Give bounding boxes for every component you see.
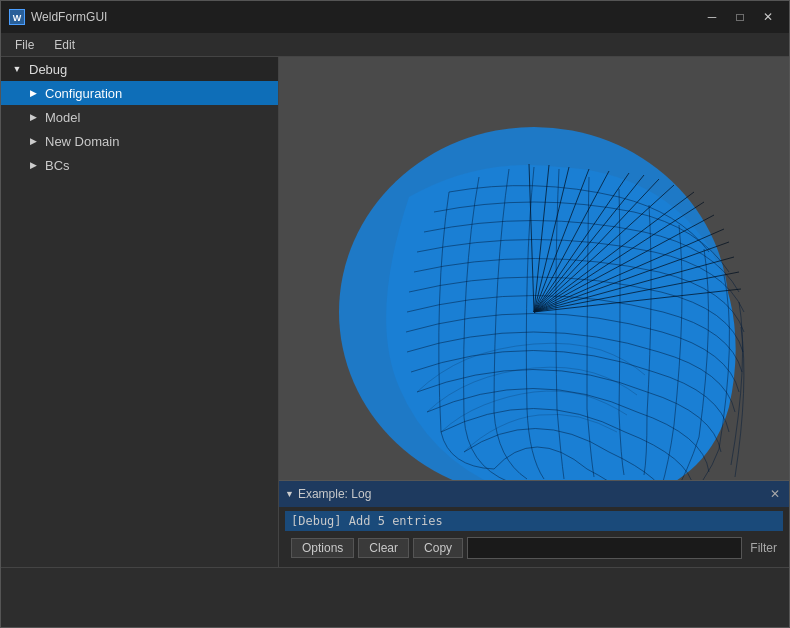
log-options-button[interactable]: Options: [291, 538, 354, 558]
svg-text:W: W: [13, 13, 22, 23]
menu-edit[interactable]: Edit: [44, 36, 85, 54]
app-icon: W: [9, 9, 25, 25]
menu-bar: File Edit: [1, 33, 789, 57]
sidebar-root-debug[interactable]: Debug: [1, 57, 278, 81]
log-arrow-icon: ▼: [285, 489, 294, 499]
log-panel: ▼ Example: Log ✕ [Debug] Add 5 entries O…: [279, 480, 789, 567]
sidebar-item-label-new-domain: New Domain: [45, 134, 119, 149]
viewport: ▼ Example: Log ✕ [Debug] Add 5 entries O…: [279, 57, 789, 567]
configuration-arrow: [25, 85, 41, 101]
sidebar-item-label-model: Model: [45, 110, 80, 125]
sidebar-item-model[interactable]: Model: [1, 105, 278, 129]
window-title: WeldFormGUI: [31, 10, 699, 24]
bcs-arrow: [25, 157, 41, 173]
new-domain-arrow: [25, 133, 41, 149]
log-close-button[interactable]: ✕: [767, 486, 783, 502]
minimize-button[interactable]: ─: [699, 7, 725, 27]
sidebar-root-label: Debug: [29, 62, 67, 77]
sidebar-item-label-configuration: Configuration: [45, 86, 122, 101]
debug-arrow: [9, 61, 25, 77]
close-button[interactable]: ✕: [755, 7, 781, 27]
log-header: ▼ Example: Log ✕: [279, 481, 789, 507]
sidebar-item-label-bcs: BCs: [45, 158, 70, 173]
sidebar-item-configuration[interactable]: Configuration: [1, 81, 278, 105]
log-entry: [Debug] Add 5 entries: [285, 511, 783, 531]
main-content: Debug Configuration Model New Domain BCs: [1, 57, 789, 567]
log-title: Example: Log: [298, 487, 767, 501]
log-filter-input[interactable]: [467, 537, 742, 559]
maximize-button[interactable]: □: [727, 7, 753, 27]
sidebar-item-new-domain[interactable]: New Domain: [1, 129, 278, 153]
log-copy-button[interactable]: Copy: [413, 538, 463, 558]
title-bar: W WeldFormGUI ─ □ ✕: [1, 1, 789, 33]
log-filter-label: Filter: [750, 541, 777, 555]
window-frame: W WeldFormGUI ─ □ ✕ File Edit Debug Conf…: [0, 0, 790, 628]
model-arrow: [25, 109, 41, 125]
sidebar: Debug Configuration Model New Domain BCs: [1, 57, 279, 567]
log-toolbar: Options Clear Copy Filter: [285, 533, 783, 563]
sidebar-item-bcs[interactable]: BCs: [1, 153, 278, 177]
log-body: [Debug] Add 5 entries Options Clear Copy…: [279, 507, 789, 567]
log-clear-button[interactable]: Clear: [358, 538, 409, 558]
menu-file[interactable]: File: [5, 36, 44, 54]
window-controls: ─ □ ✕: [699, 7, 781, 27]
bottom-area: [1, 567, 789, 627]
